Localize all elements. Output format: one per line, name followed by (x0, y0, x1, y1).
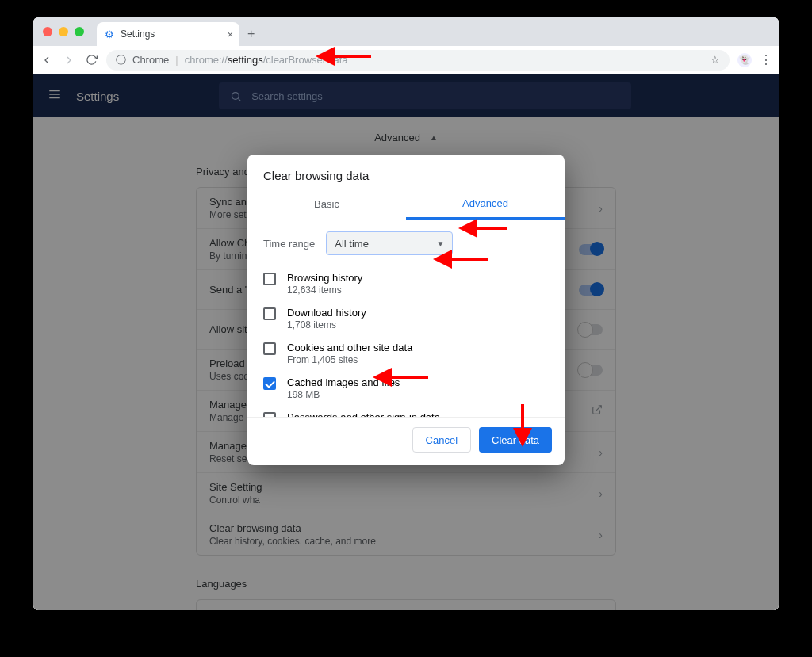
window-controls[interactable] (43, 27, 84, 36)
maximize-window-icon[interactable] (75, 27, 84, 36)
close-window-icon[interactable] (43, 27, 52, 36)
omnibox-origin: Chrome (132, 54, 169, 66)
checkbox-checked[interactable] (263, 377, 276, 390)
opt-passwords[interactable]: Passwords and other sign-in data81 passw… (255, 406, 557, 417)
toolbar: ⓘ Chrome | chrome://settings/clearBrowse… (33, 46, 779, 74)
opt-cookies[interactable]: Cookies and other site dataFrom 1,405 si… (255, 336, 557, 371)
settings-gear-icon: ⚙ (105, 29, 114, 40)
minimize-window-icon[interactable] (59, 27, 68, 36)
browser-window: ⚙ Settings × + ⓘ Chrome | chrome://setti… (33, 17, 779, 610)
checkbox[interactable] (263, 273, 276, 285)
checkbox[interactable] (263, 342, 276, 355)
opt-download-history[interactable]: Download history1,708 items (255, 301, 557, 336)
tab-advanced[interactable]: Advanced (406, 189, 565, 220)
tab-strip: ⚙ Settings × + (33, 17, 779, 46)
clear-browsing-data-modal: Clear browsing data Basic Advanced Time … (247, 155, 565, 465)
browser-tab[interactable]: ⚙ Settings × (97, 22, 239, 46)
clear-data-button[interactable]: Clear data (479, 427, 552, 453)
opt-cached-files[interactable]: Cached images and files198 MB (255, 371, 557, 406)
extension-icon[interactable]: 👻 (737, 53, 752, 67)
modal-actions: Cancel Clear data (247, 417, 565, 465)
bookmark-star-icon[interactable]: ☆ (710, 54, 720, 66)
back-button[interactable] (40, 54, 54, 67)
omnibox-url: chrome://settings/clearBrowserData (185, 54, 348, 66)
cancel-button[interactable]: Cancel (412, 427, 471, 453)
opt-browsing-history[interactable]: Browsing history12,634 items (255, 266, 557, 301)
time-range-label: Time range (263, 238, 315, 250)
time-range-select[interactable]: All time ▼ (326, 231, 453, 255)
checkbox[interactable] (263, 307, 276, 320)
modal-tabs: Basic Advanced (247, 189, 565, 220)
modal-title: Clear browsing data (247, 155, 565, 189)
page-content: Settings Search settings Advanced ▲ Priv… (33, 74, 779, 610)
tab-title: Settings (121, 29, 155, 40)
dropdown-caret-icon: ▼ (436, 239, 444, 248)
address-bar[interactable]: ⓘ Chrome | chrome://settings/clearBrowse… (106, 50, 730, 71)
time-range-row: Time range All time ▼ (247, 220, 565, 262)
options-list: Browsing history12,634 items Download hi… (247, 262, 565, 417)
forward-button[interactable] (62, 54, 76, 67)
new-tab-button[interactable]: + (247, 27, 255, 41)
checkbox[interactable] (263, 412, 276, 417)
omnibox-separator: | (175, 54, 178, 66)
tab-basic[interactable]: Basic (247, 189, 406, 220)
tab-close-icon[interactable]: × (227, 29, 233, 40)
kebab-menu-icon[interactable]: ⋮ (760, 52, 772, 67)
site-info-icon[interactable]: ⓘ (116, 53, 126, 67)
reload-button[interactable] (84, 54, 98, 66)
